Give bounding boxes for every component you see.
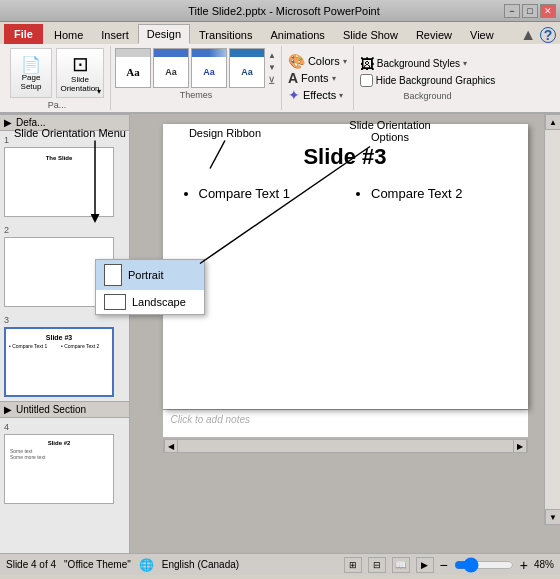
tab-insert[interactable]: Insert	[92, 24, 138, 44]
slide-4-container[interactable]: 4 Slide #2 Some textSome more text	[0, 418, 129, 508]
zoom-plus-button[interactable]: +	[520, 557, 528, 573]
page-setup-group-content: 📄 PageSetup ⊡ SlideOrientation ▾	[10, 48, 104, 98]
file-tab[interactable]: File	[4, 24, 43, 44]
fonts-icon: A	[288, 70, 298, 86]
section2-collapse-icon[interactable]: ▶	[4, 404, 12, 415]
slide-col-2: Compare Text 2	[355, 186, 508, 205]
col1-bullet-1: Compare Text 1	[199, 186, 336, 201]
status-right: ⊞ ⊟ 📖 ▶ − + 48%	[344, 557, 554, 573]
background-styles-arrow-icon: ▾	[463, 59, 467, 68]
portrait-icon	[104, 264, 122, 286]
portrait-option[interactable]: Portrait	[96, 260, 204, 290]
col2-bullet-1: Compare Text 2	[371, 186, 508, 201]
slide-2-content	[8, 241, 110, 245]
orientation-dropdown: Portrait Landscape	[95, 259, 205, 315]
fonts-arrow-icon: ▾	[332, 74, 336, 83]
restore-button[interactable]: □	[522, 4, 538, 18]
reading-view-button[interactable]: 📖	[392, 557, 410, 573]
title-bar-text: Title Slide2.pptx - Microsoft PowerPoint	[64, 5, 504, 17]
slide-count: Slide 4 of 4	[6, 559, 56, 570]
theme-item-3[interactable]: Aa	[229, 48, 265, 88]
tab-view[interactable]: View	[461, 24, 503, 44]
help-icon[interactable]: ?	[540, 27, 556, 43]
slide-sorter-button[interactable]: ⊟	[368, 557, 386, 573]
themes-more[interactable]: ⊻	[267, 74, 277, 87]
theme-item-plain[interactable]: Aa	[115, 48, 151, 88]
slide-orientation-icon: ⊡	[72, 52, 89, 76]
landscape-option[interactable]: Landscape	[96, 290, 204, 314]
slide-canvas: Slide #3 Compare Text 1 Compare Text 2	[163, 124, 528, 409]
zoom-level[interactable]: 48%	[534, 559, 554, 570]
section2-name: Untitled Section	[16, 404, 86, 415]
background-group: 🖼 Background Styles ▾ Hide Background Gr…	[354, 46, 502, 110]
landscape-icon	[104, 294, 126, 310]
slide-3-content: • Compare Text 1 • Compare Text 2	[9, 343, 109, 349]
themes-scroll-up[interactable]: ▲	[267, 50, 277, 61]
vertical-scrollbar[interactable]: ▲ ▼	[544, 114, 560, 525]
theme-item-2[interactable]: Aa	[191, 48, 227, 88]
dropdown-arrow-icon: ▾	[97, 87, 101, 96]
theme-name: "Office Theme"	[64, 559, 131, 570]
minimize-button[interactable]: −	[504, 4, 520, 18]
tab-slideshow[interactable]: Slide Show	[334, 24, 407, 44]
notes-area[interactable]: Click to add notes	[163, 409, 528, 437]
scroll-track	[545, 130, 560, 509]
ribbon-content: 📄 PageSetup ⊡ SlideOrientation ▾ Pa... A…	[0, 44, 560, 112]
theme-item-1[interactable]: Aa	[153, 48, 189, 88]
hide-background-checkbox[interactable]	[360, 74, 373, 87]
tab-home[interactable]: Home	[45, 24, 92, 44]
untitled-section-label: ▶ Untitled Section	[0, 401, 129, 418]
slide-orientation-button[interactable]: ⊡ SlideOrientation ▾	[56, 48, 104, 98]
notes-placeholder: Click to add notes	[171, 414, 251, 425]
themes-scroll: ▲ ▼ ⊻	[267, 50, 277, 87]
themes-group-label: Themes	[115, 90, 277, 100]
scroll-up-button[interactable]: ▲	[545, 114, 560, 130]
colors-icon: 🎨	[288, 53, 305, 69]
effects-button[interactable]: ✦ Effects ▾	[288, 87, 347, 103]
slide-1-thumbnail[interactable]: The Slide	[4, 147, 114, 217]
themes-scroll-down[interactable]: ▼	[267, 62, 277, 73]
slide-3-container[interactable]: 3 Slide #3 • Compare Text 1 • Compare Te…	[0, 311, 129, 401]
background-styles-button[interactable]: 🖼 Background Styles ▾	[360, 56, 496, 72]
default-section-label: ▶ Defa...	[0, 114, 129, 131]
close-button[interactable]: ✕	[540, 4, 556, 18]
fonts-button[interactable]: A Fonts ▾	[288, 70, 347, 86]
scroll-right-button[interactable]: ▶	[513, 439, 527, 453]
slide-1-container[interactable]: 1 The Slide	[0, 131, 129, 221]
scroll-down-button[interactable]: ▼	[545, 509, 560, 525]
slide-content-area: ▲ ▼ Slide #3 Compare Text 1 Compare Text…	[130, 114, 560, 553]
slideshow-view-button[interactable]: ▶	[416, 557, 434, 573]
colors-button[interactable]: 🎨 Colors ▾	[288, 53, 347, 69]
page-setup-icon: 📄	[21, 55, 41, 74]
zoom-slider[interactable]	[454, 559, 514, 571]
horizontal-scrollbar[interactable]: ◀ ▶	[163, 439, 528, 453]
tab-review[interactable]: Review	[407, 24, 461, 44]
effects-icon: ✦	[288, 87, 300, 103]
tab-design[interactable]: Design	[138, 24, 190, 44]
zoom-minus-button[interactable]: −	[440, 557, 448, 573]
collapse-ribbon-icon[interactable]: ▲	[520, 26, 536, 44]
hide-background-checkbox-row[interactable]: Hide Background Graphics	[360, 74, 496, 87]
section-collapse-icon[interactable]: ▶	[4, 117, 12, 128]
theme-header	[116, 49, 150, 57]
portrait-label: Portrait	[128, 269, 163, 281]
tab-transitions[interactable]: Transitions	[190, 24, 261, 44]
page-setup-group-label: Pa...	[48, 100, 67, 110]
slide-4-thumbnail[interactable]: Slide #2 Some textSome more text	[4, 434, 114, 504]
page-setup-group: 📄 PageSetup ⊡ SlideOrientation ▾ Pa...	[4, 46, 111, 110]
theme-body: Aa	[230, 57, 264, 87]
theme-body: Aa	[192, 57, 226, 87]
colors-label: Colors	[308, 55, 340, 67]
tab-animations[interactable]: Animations	[261, 24, 333, 44]
themes-group: Aa Aa Aa Aa ▲ ▼ ⊻ Themes	[111, 46, 282, 110]
background-group-label: Background	[360, 91, 496, 101]
normal-view-button[interactable]: ⊞	[344, 557, 362, 573]
slide-3-thumbnail[interactable]: Slide #3 • Compare Text 1 • Compare Text…	[4, 327, 114, 397]
slide-bullets: Compare Text 1 Compare Text 2	[183, 186, 508, 205]
slide-title: Slide #3	[183, 144, 508, 170]
section-name: Defa...	[16, 117, 45, 128]
slide-1-content	[8, 161, 110, 165]
page-setup-button[interactable]: 📄 PageSetup	[10, 48, 52, 98]
scroll-left-button[interactable]: ◀	[164, 439, 178, 453]
page-setup-label: PageSetup	[21, 74, 42, 92]
